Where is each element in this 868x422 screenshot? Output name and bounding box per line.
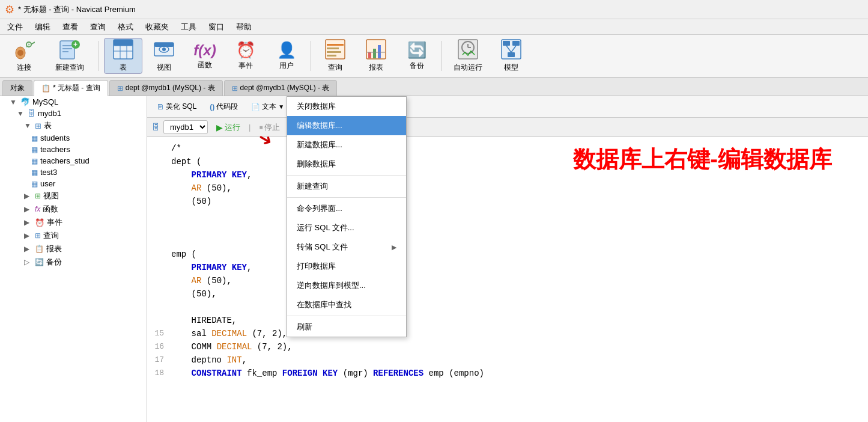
ctx-cmd-line[interactable]: 命令列界面... <box>287 199 406 218</box>
ctx-reverse[interactable]: 逆向数据库到模型... <box>287 276 406 295</box>
tab-dept2[interactable]: ⊞ dept @mydb1 (MySQL) - 表 <box>224 80 338 96</box>
toolbar-backup[interactable]: 🔄 备份 <box>398 38 436 74</box>
code-line: PRIMARY KEY, <box>147 168 868 182</box>
sidebar-students[interactable]: ▦ students <box>0 132 147 144</box>
svg-text:+: + <box>73 40 77 49</box>
dept2-tab-icon: ⊞ <box>232 84 238 93</box>
stop-icon: ■ <box>259 124 263 130</box>
code-editor[interactable]: /* dept ( PRIMARY KEY, AR (50), (50) <box>147 137 868 422</box>
toolbar-table[interactable]: 表 <box>104 38 142 74</box>
report-label: 报表 <box>369 63 383 73</box>
ctx-refresh[interactable]: 刷新 <box>287 317 406 337</box>
code-line: (50) <box>147 195 868 208</box>
db-icon: 🗄 <box>152 123 160 132</box>
sidebar-mydb1-label: mydb1 <box>38 109 61 118</box>
stop-btn[interactable]: ■ 停止 <box>254 121 285 134</box>
sidebar-func-group[interactable]: ▶ fx 函数 <box>0 203 147 216</box>
code-line: emp ( <box>147 248 868 261</box>
sidebar-mydb1[interactable]: ▼ 🗄 mydb1 <box>0 108 147 119</box>
model-label: 模型 <box>504 63 518 73</box>
tab-dept1-label: dept @mydb1 (MySQL) - 表 <box>126 83 215 93</box>
ctx-close-db[interactable]: 关闭数据库 <box>287 97 406 116</box>
code-line: HIREDATE, <box>147 314 868 327</box>
toolbar-query[interactable]: 查询 <box>316 38 354 74</box>
ctx-edit-db[interactable]: 编辑数据库... <box>287 116 406 135</box>
toolbar-event[interactable]: ⏰ 事件 <box>226 38 265 74</box>
new-query-label: 新建查询 <box>55 63 84 73</box>
table-group-icon: ⊞ <box>35 121 41 130</box>
toolbar-view[interactable]: 视图 <box>145 38 183 74</box>
svg-rect-22 <box>327 44 344 46</box>
beautify-sql-btn[interactable]: 🖹 美化 SQL <box>152 100 201 114</box>
sidebar-mysql[interactable]: ▼ 🐬 MySQL <box>0 96 147 108</box>
ctx-new-query[interactable]: 新建查询 <box>287 177 406 196</box>
code-snippet-btn[interactable]: () 代码段 <box>205 100 243 114</box>
toolbar-connect[interactable]: + 连接 <box>5 38 43 74</box>
toolbar-auto-run[interactable]: 自动运行 <box>446 38 490 74</box>
db-select[interactable]: mydb1 <box>163 120 208 134</box>
menu-view[interactable]: 查看 <box>58 20 83 34</box>
menu-favorites[interactable]: 收藏夹 <box>141 20 174 34</box>
context-menu: 关闭数据库 编辑数据库... 新建数据库... 删除数据库 新建查询 命令列界面… <box>287 96 407 337</box>
ctx-sep3 <box>287 316 406 316</box>
ctx-delete-db[interactable]: 删除数据库 <box>287 154 406 174</box>
sidebar-query-group[interactable]: ▶ ⊞ 查询 <box>0 229 147 242</box>
function-icon: f(x) <box>193 42 216 59</box>
code-line: 17 deptno INT, <box>147 353 868 367</box>
ctx-print-db[interactable]: 打印数据库 <box>287 257 406 276</box>
query-tab-icon: 📋 <box>41 84 50 93</box>
func-group-icon: fx <box>35 205 40 213</box>
menu-window[interactable]: 窗口 <box>204 20 229 34</box>
code-line: 15 sal DECIMAL (7, 2), <box>147 327 868 340</box>
toolbar-user[interactable]: 👤 用户 <box>267 38 306 74</box>
sidebar-test3[interactable]: ▦ test3 <box>0 167 147 178</box>
sidebar-table-group[interactable]: ▼ ⊞ 表 <box>0 119 147 132</box>
tab-object[interactable]: 对象 <box>2 80 32 96</box>
menu-file[interactable]: 文件 <box>2 20 28 34</box>
tab-query[interactable]: 📋 * 无标题 - 查询 <box>34 80 108 96</box>
sidebar-teachers[interactable]: ▦ teachers <box>0 144 147 155</box>
query-toolbar: 🖹 美化 SQL () 代码段 📄 文本 ▼ 📤 导出结果 <box>147 96 868 118</box>
ctx-new-db[interactable]: 新建数据库... <box>287 135 406 154</box>
sidebar-backup-label: 备份 <box>46 257 62 268</box>
main-layout: ▼ 🐬 MySQL ▼ 🗄 mydb1 ▼ ⊞ 表 ▦ students ▦ t… <box>0 96 868 422</box>
app-icon: ⚙ <box>5 3 14 16</box>
ctx-transfer-sql[interactable]: 转储 SQL 文件 ▶ <box>287 237 406 257</box>
ctx-run-sql[interactable]: 运行 SQL 文件... <box>287 218 406 237</box>
menu-bar: 文件 编辑 查看 查询 格式 收藏夹 工具 窗口 帮助 <box>0 19 868 35</box>
sidebar-view-group[interactable]: ▶ ⊞ 视图 <box>0 189 147 203</box>
sidebar-teachers-stud-label: teachers_stud <box>40 156 90 165</box>
menu-format[interactable]: 格式 <box>113 20 138 34</box>
code-line <box>147 208 868 221</box>
menu-help[interactable]: 帮助 <box>231 20 256 34</box>
menu-query[interactable]: 查询 <box>85 20 111 34</box>
code-line <box>147 234 868 248</box>
sidebar-user[interactable]: ▦ user <box>0 178 147 189</box>
sidebar-teachers-stud[interactable]: ▦ teachers_stud <box>0 155 147 167</box>
sidebar-students-label: students <box>40 133 70 142</box>
toolbar-report[interactable]: 报表 <box>357 38 395 74</box>
sidebar-mysql-label: MySQL <box>32 97 58 106</box>
query-group-icon: ⊞ <box>35 231 41 240</box>
code-line: AR (50), <box>147 274 868 287</box>
sidebar-teachers-label: teachers <box>40 145 70 154</box>
toolbar-model[interactable]: 模型 <box>492 38 530 74</box>
toolbar-new-query[interactable]: + 新建查询 <box>46 38 94 74</box>
tab-query-label: * 无标题 - 查询 <box>53 83 100 93</box>
sidebar-report-group[interactable]: ▶ 📋 报表 <box>0 242 147 255</box>
sidebar-backup-group[interactable]: ▷ 🔄 备份 <box>0 255 147 269</box>
tab-dept1[interactable]: ⊞ dept @mydb1 (MySQL) - 表 <box>109 80 223 96</box>
toolbar-function[interactable]: f(x) 函数 <box>186 38 224 74</box>
run-btn[interactable]: ▶ 运行 <box>211 121 245 134</box>
ctx-find-in-db[interactable]: 在数据库中查找 <box>287 295 406 314</box>
menu-edit[interactable]: 编辑 <box>30 20 55 34</box>
report-group-icon: 📋 <box>35 245 44 253</box>
code-line <box>147 221 868 234</box>
function-label: 函数 <box>198 60 212 70</box>
menu-tools[interactable]: 工具 <box>176 20 201 34</box>
connect-icon: + <box>13 40 35 61</box>
test3-icon: ▦ <box>31 168 38 177</box>
report-icon <box>366 39 386 61</box>
sidebar-event-group[interactable]: ▶ ⏰ 事件 <box>0 216 147 229</box>
text-btn[interactable]: 📄 文本 ▼ <box>246 100 289 114</box>
